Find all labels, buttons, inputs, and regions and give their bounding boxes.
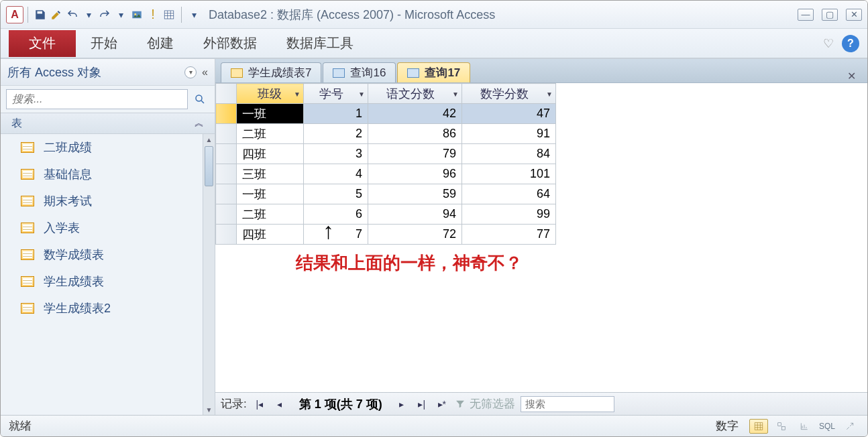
nav-item[interactable]: 二班成绩 bbox=[1, 134, 215, 161]
column-header[interactable]: 语文分数▼ bbox=[368, 84, 462, 104]
redo-icon[interactable] bbox=[97, 7, 113, 23]
cell[interactable]: 94 bbox=[368, 204, 462, 225]
cell[interactable]: 91 bbox=[462, 124, 556, 144]
column-header[interactable]: 数学分数▼ bbox=[462, 84, 556, 104]
row-selector[interactable] bbox=[216, 204, 237, 225]
cell[interactable]: 84 bbox=[462, 144, 556, 164]
heart-icon[interactable]: ♡ bbox=[823, 36, 834, 51]
search-icon[interactable] bbox=[191, 90, 209, 109]
nav-dropdown-icon[interactable]: ▾ bbox=[184, 66, 197, 78]
cell[interactable]: 79 bbox=[368, 144, 462, 164]
column-header[interactable]: 学号▼ bbox=[304, 84, 368, 104]
tab-close-icon[interactable]: ✕ bbox=[845, 69, 858, 82]
cell[interactable]: 72 bbox=[368, 225, 462, 245]
filter-dropdown-icon[interactable]: ▼ bbox=[294, 90, 301, 97]
cell[interactable]: 2 bbox=[304, 124, 368, 144]
view-datasheet-button[interactable] bbox=[749, 419, 768, 434]
nav-collapse-icon[interactable]: « bbox=[202, 66, 208, 78]
cell[interactable]: 99 bbox=[462, 204, 556, 225]
nav-item[interactable]: 入学表 bbox=[1, 214, 215, 241]
record-search-input[interactable] bbox=[521, 396, 614, 412]
row-selector[interactable] bbox=[216, 184, 237, 204]
datasheet-icon[interactable] bbox=[161, 7, 177, 23]
cell[interactable]: 二班 bbox=[237, 124, 304, 144]
column-header[interactable]: 班级▼ bbox=[237, 84, 304, 104]
maximize-button[interactable]: ▢ bbox=[822, 9, 838, 21]
view-design-button[interactable] bbox=[840, 419, 859, 434]
cell[interactable]: 96 bbox=[368, 164, 462, 184]
doc-tab[interactable]: 学生成绩表7 bbox=[221, 62, 321, 82]
select-all-cell[interactable] bbox=[216, 84, 237, 104]
cell[interactable]: 1 bbox=[304, 104, 368, 124]
record-position[interactable]: 第 1 项(共 7 项) bbox=[292, 396, 389, 412]
nav-group-tables[interactable]: 表 ︽ bbox=[1, 113, 215, 134]
scroll-up-icon[interactable]: ▲ bbox=[203, 134, 215, 145]
row-selector[interactable] bbox=[216, 164, 237, 184]
qat-customize-icon[interactable]: ▾ bbox=[186, 7, 202, 23]
save-icon[interactable] bbox=[32, 7, 48, 23]
doc-tab[interactable]: 查询17 bbox=[397, 62, 470, 82]
picture-icon[interactable] bbox=[129, 7, 145, 23]
table-row[interactable]: 二班69499 bbox=[216, 204, 556, 225]
table-row[interactable]: 四班37984 bbox=[216, 144, 556, 164]
cell[interactable]: 7 bbox=[304, 225, 368, 245]
nav-item[interactable]: 学生成绩表 bbox=[1, 268, 215, 295]
nav-item[interactable]: 期末考试 bbox=[1, 188, 215, 214]
cell[interactable]: 5 bbox=[304, 184, 368, 204]
cell[interactable]: 59 bbox=[368, 184, 462, 204]
undo-icon[interactable] bbox=[64, 7, 80, 23]
cell[interactable]: 86 bbox=[368, 124, 462, 144]
undo-dropdown-icon[interactable]: ▾ bbox=[80, 7, 97, 23]
cell[interactable]: 一班 bbox=[237, 184, 304, 204]
view-sql-button[interactable]: SQL bbox=[818, 419, 836, 434]
table-row[interactable]: 一班14247 bbox=[216, 104, 556, 124]
no-filter-label[interactable]: 无筛选器 bbox=[455, 396, 515, 412]
help-icon[interactable]: ? bbox=[842, 35, 859, 52]
cell[interactable]: 42 bbox=[368, 104, 462, 124]
ribbon-tab-dbtools[interactable]: 数据库工具 bbox=[272, 30, 368, 57]
file-tab[interactable]: 文件 bbox=[9, 30, 76, 57]
cell[interactable]: 4 bbox=[304, 164, 368, 184]
nav-item[interactable]: 学生成绩表2 bbox=[1, 295, 215, 322]
row-selector[interactable] bbox=[216, 124, 237, 144]
view-chart-button[interactable] bbox=[795, 419, 814, 434]
cell[interactable]: 101 bbox=[462, 164, 556, 184]
record-first-button[interactable]: |◂ bbox=[252, 397, 267, 412]
cell[interactable]: 6 bbox=[304, 204, 368, 225]
cell[interactable]: 64 bbox=[462, 184, 556, 204]
ribbon-tab-create[interactable]: 创建 bbox=[132, 30, 188, 57]
cell[interactable]: 77 bbox=[462, 225, 556, 245]
row-selector[interactable] bbox=[216, 144, 237, 164]
ribbon-tab-external[interactable]: 外部数据 bbox=[188, 30, 272, 57]
cell[interactable]: 47 bbox=[462, 104, 556, 124]
record-new-button[interactable]: ▸* bbox=[435, 397, 449, 412]
table-row[interactable]: 二班28691 bbox=[216, 124, 556, 144]
datasheet[interactable]: 班级▼学号▼语文分数▼数学分数▼一班14247二班28691四班37984三班4… bbox=[215, 83, 867, 392]
minimize-button[interactable]: — bbox=[798, 9, 814, 21]
filter-dropdown-icon[interactable]: ▼ bbox=[546, 90, 553, 97]
view-pivot-button[interactable] bbox=[772, 419, 791, 434]
table-row[interactable]: 四班77277 bbox=[216, 225, 556, 245]
nav-item[interactable]: 数学成绩表 bbox=[1, 241, 215, 268]
nav-search-input[interactable] bbox=[6, 89, 188, 109]
cell[interactable]: 三班 bbox=[237, 164, 304, 184]
filter-dropdown-icon[interactable]: ▼ bbox=[358, 90, 365, 97]
ribbon-tab-home[interactable]: 开始 bbox=[76, 30, 132, 57]
row-selector[interactable] bbox=[216, 104, 237, 124]
filter-dropdown-icon[interactable]: ▼ bbox=[452, 90, 459, 97]
close-button[interactable]: ✕ bbox=[846, 9, 862, 21]
redo-dropdown-icon[interactable]: ▾ bbox=[113, 7, 129, 23]
cell[interactable]: 3 bbox=[304, 144, 368, 164]
record-prev-button[interactable]: ◂ bbox=[272, 397, 287, 412]
doc-tab[interactable]: 查询16 bbox=[323, 62, 396, 82]
quick-edit-icon[interactable] bbox=[48, 7, 64, 23]
cell[interactable]: 一班 bbox=[237, 104, 304, 124]
record-next-button[interactable]: ▸ bbox=[394, 397, 409, 412]
record-last-button[interactable]: ▸| bbox=[415, 397, 429, 412]
warning-icon[interactable]: ! bbox=[145, 7, 161, 23]
scroll-thumb[interactable] bbox=[205, 146, 213, 186]
cell[interactable]: 四班 bbox=[237, 144, 304, 164]
table-row[interactable]: 一班55964 bbox=[216, 184, 556, 204]
row-selector[interactable] bbox=[216, 225, 237, 245]
cell[interactable]: 二班 bbox=[237, 204, 304, 225]
